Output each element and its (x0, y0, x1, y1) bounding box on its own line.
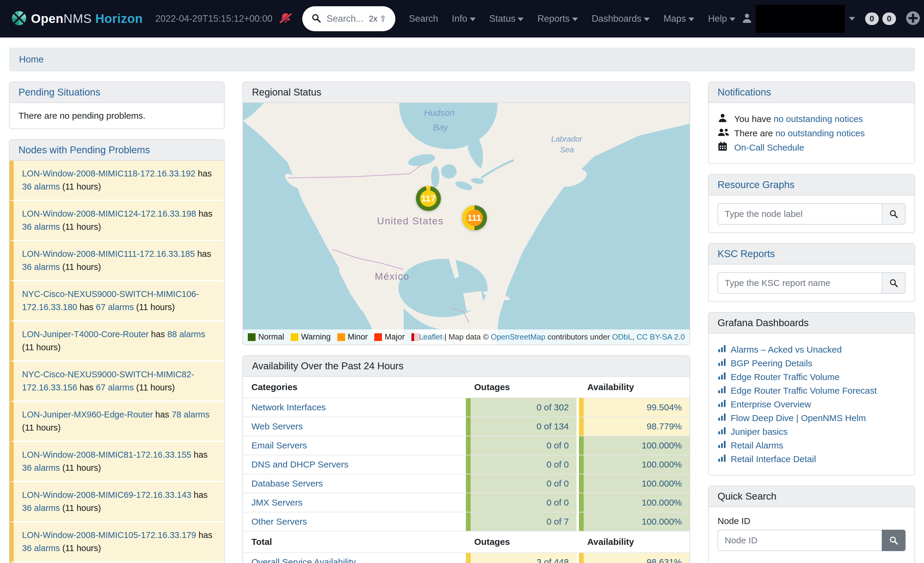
overall-availability-link[interactable]: Overall Service Availability (251, 557, 356, 563)
grafana-dashboard-link[interactable]: Flow Deep Dive | OpenNMS Helm (730, 413, 866, 423)
ksc-report-search-button[interactable] (882, 272, 906, 294)
legend-item: Normal (248, 332, 284, 342)
opennms-logo[interactable]: OpenNMSHorizon (11, 11, 143, 27)
node-link[interactable]: LON-Window-2008-MIMIC105-172.16.33.179 (22, 530, 196, 540)
outages-cell: 0 of 0 (466, 455, 576, 474)
leaflet-link[interactable]: Leaflet (419, 332, 442, 341)
node-link[interactable]: LON-Juniper-T4000-Core-Router (22, 329, 149, 339)
bar-chart-icon (717, 371, 726, 382)
category-link[interactable]: DNS and DHCP Servers (251, 459, 348, 470)
grafana-dashboard-link[interactable]: Edge Router Traffic Volume Forecast (730, 386, 877, 396)
navbar-menu-item[interactable]: Reports (537, 14, 578, 24)
navbar-menu-item[interactable]: Search (409, 14, 438, 24)
node-alarms-link[interactable]: 36 alarms (22, 543, 60, 553)
node-id-label: Node ID (717, 516, 906, 526)
user-menu-chevron-icon[interactable] (849, 17, 855, 21)
count-badge[interactable]: 0 (865, 12, 879, 25)
grafana-dashboard-link[interactable]: Retail Interface Detail (730, 454, 816, 464)
osm-link[interactable]: OpenStreetMap (491, 332, 546, 341)
node-duration: (11 hours) (62, 543, 101, 553)
category-link[interactable]: JMX Servers (251, 497, 303, 507)
notification-link[interactable]: no outstanding notices (774, 114, 863, 124)
ksc-reports-title[interactable]: KSC Reports (709, 244, 915, 264)
bar-chart-icon (717, 358, 726, 369)
global-search[interactable]: Search... 2x ⇧ (302, 6, 395, 31)
grafana-dashboard-link[interactable]: BGP Peering Details (730, 358, 813, 368)
node-link[interactable]: LON-Window-2008-MIMIC81-172.16.33.155 (22, 450, 191, 459)
node-alarms-link[interactable]: 67 alarms (96, 383, 134, 392)
map-cluster-marker[interactable]: 111 (462, 205, 487, 230)
map-cluster-marker[interactable]: 117 (416, 186, 441, 211)
navbar-menu-item[interactable]: Help (708, 14, 735, 24)
outages-cell: 0 of 134 (466, 417, 576, 435)
bar-chart-icon (717, 440, 726, 451)
nodes-pending-problems-list: LON-Window-2008-MIMIC118-172.16.33.192 h… (9, 161, 224, 563)
node-duration: (11 hours) (62, 262, 101, 272)
notification-row: There are no outstanding notices (717, 127, 906, 139)
node-duration: (11 hours) (22, 342, 61, 352)
notifications-off-icon[interactable] (279, 12, 292, 25)
notification-link[interactable]: no outstanding notices (775, 128, 864, 138)
count-badge[interactable]: 0 (882, 12, 896, 25)
grafana-dashboard-link[interactable]: Retail Alarms (730, 440, 783, 450)
availability-row: JMX Servers 0 of 0 100.000% (243, 493, 690, 512)
node-id-input[interactable] (717, 530, 882, 551)
node-id-search-button[interactable] (882, 530, 906, 551)
node-problem-item: LON-Juniper-MX960-Edge-Router has 78 ala… (9, 402, 224, 442)
grafana-dashboard-link[interactable]: Alarms – Acked vs Unacked (730, 345, 842, 355)
node-link[interactable]: LON-Window-2008-MIMIC124-172.16.33.198 (22, 209, 196, 218)
node-alarms-link[interactable]: 36 alarms (22, 222, 60, 231)
nodes-pending-problems-panel: Nodes with Pending Problems LON-Window-2… (9, 139, 225, 563)
navbar-menu-item[interactable]: Status (489, 14, 524, 24)
node-duration: (11 hours) (136, 383, 175, 392)
node-alarms-link[interactable]: 78 alarms (172, 410, 209, 419)
resource-graphs-search-input[interactable] (717, 203, 882, 225)
navbar-menu-item[interactable]: Dashboards (592, 14, 650, 24)
node-link[interactable]: LON-Juniper-MX960-Edge-Router (22, 410, 153, 419)
availability-cell: 100.000% (579, 436, 690, 455)
resource-graphs-title[interactable]: Resource Graphs (709, 175, 915, 195)
username-redacted[interactable] (756, 5, 845, 33)
nodes-pending-problems-title[interactable]: Nodes with Pending Problems (9, 140, 224, 161)
node-problem-item: LON-Window-2008-MIMIC124-172.16.33.198 h… (9, 201, 224, 241)
node-alarms-link[interactable]: 36 alarms (22, 503, 60, 513)
category-link[interactable]: Other Servers (251, 516, 307, 527)
grafana-dashboard-link[interactable]: Juniper basics (730, 427, 788, 437)
node-problem-item: LON-Window-2008-MIMIC69-172.16.33.143 ha… (9, 482, 224, 522)
availability-row: Web Servers 0 of 134 98.779% (243, 417, 690, 436)
node-link[interactable]: LON-Window-2008-MIMIC118-172.16.33.192 (22, 169, 195, 178)
node-alarms-link[interactable]: 36 alarms (22, 463, 60, 473)
node-alarms-link[interactable]: 67 alarms (96, 302, 134, 312)
quick-add-icon[interactable] (906, 11, 920, 27)
node-alarms-link[interactable]: 36 alarms (22, 262, 60, 272)
odbl-link[interactable]: ODbL (612, 332, 632, 341)
grafana-dashboard-row: Retail Interface Detail (717, 453, 906, 464)
category-link[interactable]: Web Servers (251, 421, 303, 431)
node-alarms-link[interactable]: 36 alarms (22, 182, 60, 191)
grafana-dashboard-row: Enterprise Overview (717, 399, 906, 410)
ccbysa-link[interactable]: CC BY-SA 2.0 (637, 332, 685, 341)
notifications-title[interactable]: Notifications (709, 82, 915, 103)
grafana-dashboard-row: Flow Deep Dive | OpenNMS Helm (717, 413, 906, 423)
regional-status-map[interactable]: Hudson Bay Labrador Sea United States Mé… (243, 103, 690, 345)
navbar-menu-item[interactable]: Maps (663, 14, 694, 24)
outages-cell: 0 of 302 (466, 398, 576, 417)
node-link[interactable]: LON-Window-2008-MIMIC111-172.16.33.185 (22, 249, 195, 258)
category-link[interactable]: Email Servers (251, 440, 307, 450)
category-link[interactable]: Database Servers (251, 479, 323, 489)
legend-swatch (291, 333, 298, 341)
pending-situations-title[interactable]: Pending Situations (9, 82, 224, 103)
category-link[interactable]: Network Interfaces (251, 402, 326, 413)
breadcrumb-home-link[interactable]: Home (19, 54, 44, 65)
resource-graphs-search-button[interactable] (882, 203, 906, 225)
ksc-report-search-input[interactable] (717, 272, 882, 294)
navbar-menu-item[interactable]: Info (452, 14, 476, 24)
node-alarms-link[interactable]: 88 alarms (167, 329, 205, 339)
grafana-dashboard-link[interactable]: Edge Router Traffic Volume (730, 372, 840, 382)
node-link[interactable]: LON-Window-2008-MIMIC69-172.16.33.143 (22, 490, 191, 500)
availability-panel: Availability Over the Past 24 Hours Cate… (243, 355, 690, 563)
legend-swatch (248, 333, 255, 341)
notification-link[interactable]: On-Call Schedule (734, 143, 804, 152)
node-problem-item: LON-Window-2008-MIMIC111-172.16.33.185 h… (9, 241, 224, 281)
grafana-dashboard-link[interactable]: Enterprise Overview (730, 399, 811, 410)
